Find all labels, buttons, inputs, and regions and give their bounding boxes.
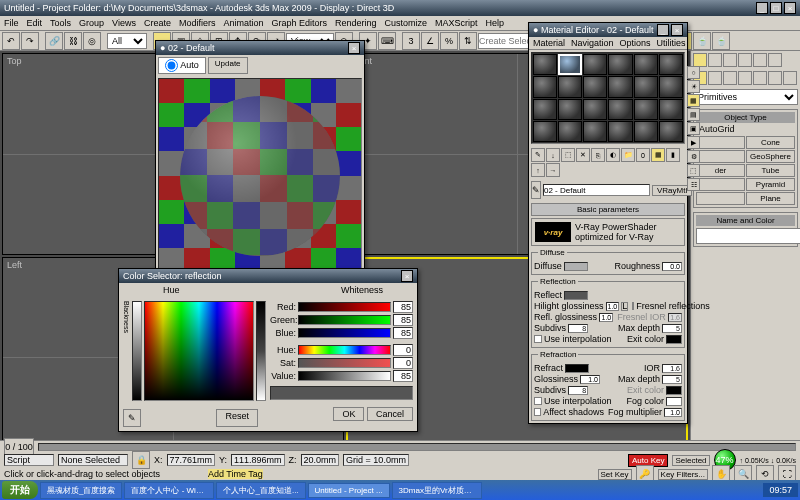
subtab-helpers[interactable]: [753, 71, 767, 85]
material-slot-20[interactable]: [583, 121, 607, 142]
refr-maxdepth-spinner[interactable]: 5: [662, 375, 682, 384]
close-button[interactable]: ×: [784, 2, 796, 14]
me-effects[interactable]: 0: [636, 148, 650, 162]
unlink-button[interactable]: ⛓: [64, 32, 82, 50]
tab-hierarchy[interactable]: [723, 53, 737, 67]
material-name-input[interactable]: [543, 184, 650, 196]
obj-btn-tube[interactable]: Tube: [746, 164, 795, 177]
material-slot-2[interactable]: [583, 54, 607, 75]
obj-btn-1a[interactable]: [696, 150, 745, 163]
preview-close-button[interactable]: ×: [348, 42, 360, 54]
value-slider[interactable]: [298, 371, 391, 381]
value-value[interactable]: 85: [393, 370, 413, 382]
material-slot-13[interactable]: [558, 99, 582, 120]
material-slot-14[interactable]: [583, 99, 607, 120]
me-menu-options[interactable]: Options: [620, 38, 651, 48]
refl-subdivs-spinner[interactable]: 8: [568, 324, 588, 333]
hilight-gloss-spinner[interactable]: 1.0: [606, 302, 620, 311]
me-go-sibling[interactable]: →: [546, 163, 560, 177]
tab-create[interactable]: [693, 53, 707, 67]
task-0[interactable]: 黑魂材质_百度搜索: [40, 482, 122, 499]
menu-group[interactable]: Group: [79, 18, 104, 28]
render-setup-button[interactable]: 🍵: [693, 32, 711, 50]
me-assign[interactable]: ⬚: [561, 148, 575, 162]
obj-btn-geosphere[interactable]: GeoSphere: [746, 150, 795, 163]
material-slot-18[interactable]: [533, 121, 557, 142]
me-pick[interactable]: ✎: [531, 181, 541, 199]
material-slot-5[interactable]: [659, 54, 683, 75]
red-value[interactable]: 85: [393, 301, 413, 313]
subtab-systems[interactable]: [783, 71, 797, 85]
material-slot-4[interactable]: [634, 54, 658, 75]
preview-titlebar[interactable]: ● 02 - Default ×: [156, 41, 364, 55]
time-slider-track[interactable]: [38, 443, 796, 451]
fog-color-swatch[interactable]: [666, 397, 682, 406]
me-go-parent[interactable]: ↑: [531, 163, 545, 177]
material-slot-3[interactable]: [608, 54, 632, 75]
link-button[interactable]: 🔗: [45, 32, 63, 50]
refl-maxdepth-spinner[interactable]: 5: [662, 324, 682, 333]
red-slider[interactable]: [298, 302, 391, 312]
color-selector-close[interactable]: ×: [401, 270, 413, 282]
angle-snap-button[interactable]: ∠: [421, 32, 439, 50]
me-sample-uv[interactable]: ▤: [687, 108, 700, 121]
menu-tools[interactable]: Tools: [50, 18, 71, 28]
me-close[interactable]: ×: [671, 24, 683, 36]
subtab-space[interactable]: [768, 71, 782, 85]
preview-tab-auto[interactable]: Auto: [158, 57, 206, 74]
menu-customize[interactable]: Customize: [385, 18, 428, 28]
affect-shadows-check[interactable]: [534, 408, 541, 416]
tab-utilities[interactable]: [768, 53, 782, 67]
subtab-shapes[interactable]: [708, 71, 722, 85]
reflect-swatch[interactable]: [564, 291, 588, 300]
me-video-check[interactable]: ▣: [687, 122, 700, 135]
blackness-slider[interactable]: [132, 301, 142, 401]
percent-snap-button[interactable]: %: [440, 32, 458, 50]
spinner-snap-button[interactable]: ⇅: [459, 32, 477, 50]
tab-display[interactable]: [753, 53, 767, 67]
me-navigator[interactable]: ☷: [687, 178, 700, 191]
minimize-button[interactable]: _: [756, 2, 768, 14]
material-slot-22[interactable]: [634, 121, 658, 142]
undo-button[interactable]: ↶: [2, 32, 20, 50]
material-slot-10[interactable]: [634, 76, 658, 97]
eyedropper-button[interactable]: ✎: [123, 409, 141, 427]
me-put-scene[interactable]: ↓: [546, 148, 560, 162]
reset-button[interactable]: Reset: [216, 409, 258, 427]
material-slot-17[interactable]: [659, 99, 683, 120]
menu-modifiers[interactable]: Modifiers: [179, 18, 216, 28]
basic-params-rollout[interactable]: Basic parameters: [531, 203, 685, 216]
blue-slider[interactable]: [298, 328, 391, 338]
menu-create[interactable]: Create: [144, 18, 171, 28]
refl-exit-swatch[interactable]: [666, 335, 682, 344]
sat-value[interactable]: 0: [393, 357, 413, 369]
fresnel-check[interactable]: [632, 302, 634, 310]
material-slot-21[interactable]: [608, 121, 632, 142]
me-menu-utilities[interactable]: Utilities: [657, 38, 686, 48]
snap-button[interactable]: 3: [402, 32, 420, 50]
tab-modify[interactable]: [708, 53, 722, 67]
refl-gloss-spinner[interactable]: 1.0: [599, 313, 613, 322]
blue-value[interactable]: 85: [393, 327, 413, 339]
menu-rendering[interactable]: Rendering: [335, 18, 377, 28]
me-preview[interactable]: ▶: [687, 136, 700, 149]
task-2[interactable]: 个人中心_百度知道...: [216, 482, 305, 499]
refr-gloss-spinner[interactable]: 1.0: [580, 375, 600, 384]
maximize-button[interactable]: □: [770, 2, 782, 14]
object-name-input[interactable]: [696, 228, 800, 244]
whiteness-slider[interactable]: [256, 301, 266, 401]
me-menu-material[interactable]: Material: [533, 38, 565, 48]
keyfilters-button[interactable]: Key Filters...: [658, 469, 708, 480]
lock-button[interactable]: 🔒: [132, 451, 150, 469]
x-field[interactable]: 77.761mm: [167, 454, 216, 466]
material-slot-7[interactable]: [558, 76, 582, 97]
material-slot-0[interactable]: [533, 54, 557, 75]
green-slider[interactable]: [298, 315, 391, 325]
y-field[interactable]: 111.896mm: [231, 454, 285, 466]
me-background[interactable]: ▦: [687, 94, 700, 107]
hue-slider[interactable]: [298, 345, 391, 355]
material-slot-9[interactable]: [608, 76, 632, 97]
cancel-button[interactable]: Cancel: [367, 407, 413, 421]
material-slot-11[interactable]: [659, 76, 683, 97]
obj-btn-0a[interactable]: [696, 136, 745, 149]
